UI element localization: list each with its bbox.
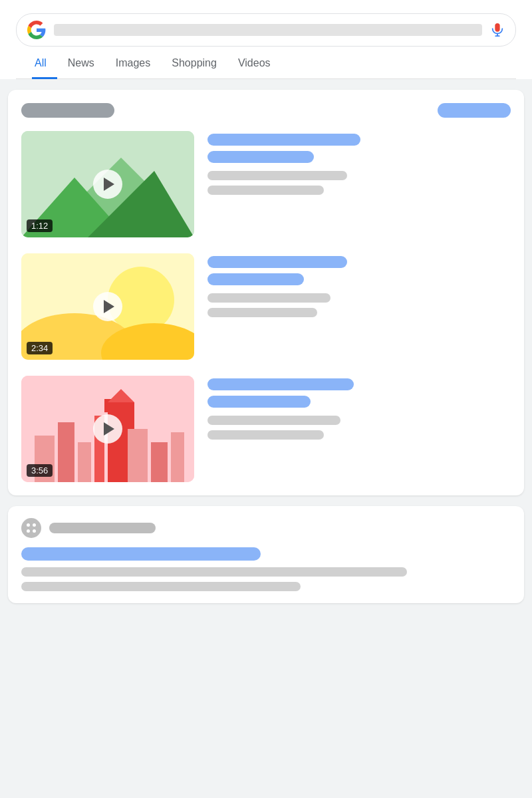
svg-rect-17 — [128, 429, 148, 482]
play-button-1[interactable] — [93, 170, 122, 199]
video-title-3a[interactable] — [207, 378, 354, 390]
svg-rect-18 — [151, 442, 168, 482]
search-input[interactable] — [54, 24, 482, 36]
search-bar[interactable] — [16, 13, 516, 47]
play-button-2[interactable] — [93, 292, 122, 321]
mic-icon[interactable] — [490, 23, 505, 37]
video-desc-2b — [207, 308, 317, 317]
tab-all[interactable]: All — [32, 47, 57, 79]
video-thumbnail-1[interactable]: 1:12 — [21, 131, 194, 237]
video-thumbnail-3[interactable]: 3:56 — [21, 376, 194, 482]
dot-3 — [27, 529, 30, 533]
video-desc-3b — [207, 430, 324, 440]
play-triangle-2 — [104, 300, 114, 313]
video-desc-3a — [207, 416, 340, 425]
result-block — [8, 506, 524, 603]
site-favicon — [21, 518, 41, 538]
video-desc-1b — [207, 186, 324, 195]
video-info-3 — [207, 376, 511, 482]
card-header — [21, 103, 511, 118]
video-title-2a[interactable] — [207, 256, 347, 268]
video-title-1a[interactable] — [207, 134, 360, 146]
video-results-card: 1:12 — [8, 90, 524, 495]
video-item-2: 2:34 — [21, 253, 511, 360]
result-snippet-1 — [21, 567, 407, 577]
tab-news[interactable]: News — [57, 47, 105, 79]
video-info-1 — [207, 131, 511, 237]
card-title — [21, 103, 114, 118]
svg-rect-19 — [171, 432, 184, 482]
video-item-1: 1:12 — [21, 131, 511, 237]
result-snippet-2 — [21, 582, 301, 591]
dot-4 — [33, 529, 36, 533]
site-name — [49, 523, 156, 533]
main-content: 1:12 — [0, 79, 532, 614]
dot-2 — [33, 523, 36, 527]
video-title-1b[interactable] — [207, 151, 314, 163]
video-title-3b[interactable] — [207, 396, 311, 408]
see-all-button[interactable] — [438, 103, 511, 118]
search-bar-area: All News Images Shopping Videos — [0, 0, 532, 79]
video-desc-1a — [207, 171, 347, 180]
play-triangle-1 — [104, 178, 114, 191]
tab-shopping[interactable]: Shopping — [161, 47, 227, 79]
svg-rect-10 — [58, 422, 74, 482]
play-triangle-3 — [104, 422, 114, 436]
result-link[interactable] — [21, 547, 261, 561]
video-item-3: 3:56 — [21, 376, 511, 482]
result-block-header — [21, 518, 511, 538]
video-thumbnail-2[interactable]: 2:34 — [21, 253, 194, 360]
play-button-3[interactable] — [93, 414, 122, 444]
video-info-2 — [207, 253, 511, 360]
duration-badge-2: 2:34 — [27, 342, 53, 354]
tabs-bar: All News Images Shopping Videos — [16, 47, 516, 79]
svg-rect-11 — [78, 442, 91, 482]
site-icon-dots — [27, 523, 36, 533]
tab-videos[interactable]: Videos — [227, 47, 281, 79]
google-logo — [27, 21, 46, 39]
duration-badge-1: 1:12 — [27, 219, 53, 232]
dot-1 — [27, 523, 30, 527]
video-desc-2a — [207, 293, 331, 303]
duration-badge-3: 3:56 — [27, 464, 53, 477]
tab-images[interactable]: Images — [105, 47, 161, 79]
video-title-2b[interactable] — [207, 273, 304, 285]
